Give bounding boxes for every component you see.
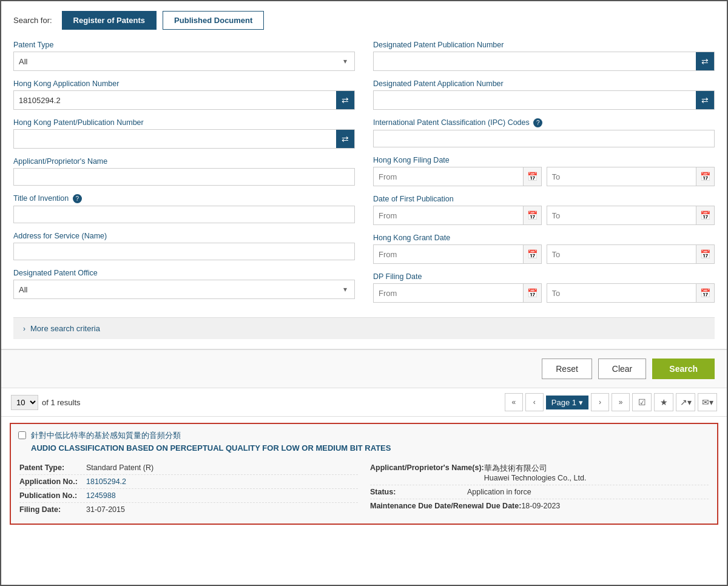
first-pub-date-to-cal-btn[interactable]: 📅 <box>696 206 714 224</box>
last-page-btn[interactable]: » <box>612 393 630 411</box>
designated-pub-number-swap-btn[interactable]: ⇄ <box>696 52 714 70</box>
result-titles: 針對中低比特率的基於感知質量的音頻分類 AUDIO CLASSIFICATION… <box>31 430 710 453</box>
hk-filing-date-to-cal-btn[interactable]: 📅 <box>696 167 714 186</box>
status-row: Status: Application in force <box>370 485 709 499</box>
hk-app-number-swap-btn[interactable]: ⇄ <box>336 91 354 109</box>
dp-filing-date-to-cal-btn[interactable]: 📅 <box>696 284 714 302</box>
ipc-codes-input[interactable] <box>373 130 715 147</box>
hk-filing-date-from-cal-btn[interactable]: 📅 <box>523 167 541 186</box>
page-dropdown[interactable]: Page 1 ▾ <box>546 396 588 409</box>
dp-filing-date-from-cal-btn[interactable]: 📅 <box>523 284 541 302</box>
first-pub-date-to-input[interactable] <box>547 207 696 224</box>
tab-register[interactable]: Register of Patents <box>62 11 157 30</box>
hk-patent-pub-label: Hong Kong Patent/Publication Number <box>13 118 355 127</box>
first-pub-date-range: 📅 📅 <box>373 206 715 225</box>
filing-date-key: Filing Date: <box>19 505 86 514</box>
share-btn[interactable]: ↗▾ <box>676 393 695 411</box>
results-nav: « ‹ Page 1 ▾ › » ☑ ★ ↗▾ ✉▾ <box>505 393 717 411</box>
hk-grant-date-from-input[interactable] <box>374 246 523 263</box>
applicant-names-key: Applicant/Proprietor's Name(s): <box>370 463 484 472</box>
hk-grant-date-section: Hong Kong Grant Date 📅 📅 <box>373 234 715 264</box>
ipc-codes-section: International Patent Classification (IPC… <box>373 118 715 147</box>
applicant-name-input[interactable] <box>13 168 355 186</box>
more-criteria-row[interactable]: › More search criteria <box>13 317 715 339</box>
hk-filing-date-range: 📅 📅 <box>373 167 715 186</box>
hk-grant-date-to-field: 📅 <box>547 244 715 264</box>
hk-filing-date-to-input[interactable] <box>547 169 696 185</box>
result-title-en[interactable]: AUDIO CLASSIFICATION BASED ON PERCEPTUAL… <box>31 443 710 453</box>
application-no-key: Application No.: <box>19 477 86 486</box>
bookmark-btn[interactable]: ★ <box>654 393 673 411</box>
first-pub-date-section: Date of First Publication 📅 📅 <box>373 195 715 225</box>
page-dropdown-arrow-icon: ▾ <box>579 398 583 407</box>
hk-patent-pub-swap-btn[interactable]: ⇄ <box>336 130 354 148</box>
title-of-invention-label: Title of Invention ? <box>13 194 355 203</box>
first-pub-date-from-input[interactable] <box>374 207 523 224</box>
hk-grant-date-range: 📅 📅 <box>373 244 715 264</box>
hk-grant-date-to-input[interactable] <box>547 246 696 263</box>
reset-button[interactable]: Reset <box>542 359 592 379</box>
filing-date-row: Filing Date: 31-07-2015 <box>19 503 358 516</box>
ipc-help-icon[interactable]: ? <box>533 118 542 127</box>
maintenance-due-val: 18-09-2023 <box>521 502 560 510</box>
application-no-val[interactable]: 18105294.2 <box>86 477 126 486</box>
result-title-cn[interactable]: 針對中低比特率的基於感知質量的音頻分類 <box>31 430 710 441</box>
ipc-codes-label: International Patent Classification (IPC… <box>373 118 715 127</box>
address-service-input[interactable] <box>13 243 355 260</box>
hk-patent-pub-input[interactable] <box>14 131 336 147</box>
hk-grant-date-from-field: 📅 <box>373 244 542 264</box>
address-service-section: Address for Service (Name) <box>13 232 355 260</box>
first-pub-date-label: Date of First Publication <box>373 195 715 203</box>
prev-page-btn[interactable]: ‹ <box>525 393 544 411</box>
patent-type-key: Patent Type: <box>19 463 86 472</box>
designated-app-number-swap-btn[interactable]: ⇄ <box>696 91 714 109</box>
hk-app-number-section: Hong Kong Application Number ⇄ <box>13 79 355 110</box>
result-checkbox[interactable] <box>18 431 26 439</box>
patent-type-select[interactable]: All Standard Patent Short-term Patent <box>14 53 336 70</box>
tab-published[interactable]: Published Document <box>163 11 264 30</box>
applicant-names-en: Huawei Technologies Co., Ltd. <box>484 474 587 482</box>
first-pub-date-from-cal-btn[interactable]: 📅 <box>523 206 541 224</box>
designated-app-number-section: Designated Patent Application Number ⇄ <box>373 79 715 110</box>
detail-left: Patent Type: Standard Patent (R) Applica… <box>19 461 358 516</box>
search-button[interactable]: Search <box>652 359 715 379</box>
designated-app-number-input[interactable] <box>374 92 696 109</box>
patent-type-select-wrapper: All Standard Patent Short-term Patent ▾ <box>13 52 355 71</box>
publication-no-val[interactable]: 1245988 <box>86 491 116 500</box>
hk-grant-date-to-cal-btn[interactable]: 📅 <box>696 245 714 263</box>
dp-filing-date-from-input[interactable] <box>374 285 523 301</box>
designated-pub-number-wrapper: ⇄ <box>373 52 715 71</box>
hk-grant-date-from-cal-btn[interactable]: 📅 <box>523 245 541 263</box>
maintenance-due-key: Maintenance Due Date/Renewal Due Date: <box>370 502 521 510</box>
designated-pub-number-input[interactable] <box>374 53 696 70</box>
patent-type-label: Patent Type <box>13 41 355 49</box>
hk-patent-pub-section: Hong Kong Patent/Publication Number ⇄ <box>13 118 355 149</box>
hk-grant-date-label: Hong Kong Grant Date <box>373 234 715 242</box>
clear-button[interactable]: Clear <box>598 359 646 379</box>
patent-type-section: Patent Type All Standard Patent Short-te… <box>13 41 355 71</box>
per-page-select[interactable]: 10 20 50 <box>11 395 38 410</box>
results-left: 10 20 50 of 1 results <box>11 395 81 410</box>
hk-filing-date-section: Hong Kong Filing Date 📅 📅 <box>373 156 715 186</box>
result-title-row: 針對中低比特率的基於感知質量的音頻分類 AUDIO CLASSIFICATION… <box>11 424 717 456</box>
hk-filing-date-from-input[interactable] <box>374 169 523 185</box>
first-page-btn[interactable]: « <box>505 393 523 411</box>
dp-filing-date-section: DP Filing Date 📅 📅 <box>373 272 715 303</box>
hk-app-number-wrapper: ⇄ <box>13 90 355 110</box>
filing-date-val: 31-07-2015 <box>86 505 125 514</box>
hk-app-number-input[interactable] <box>14 92 336 109</box>
next-page-btn[interactable]: › <box>591 393 609 411</box>
title-of-invention-input[interactable] <box>13 206 355 223</box>
dp-filing-date-to-input[interactable] <box>547 285 696 301</box>
patent-type-arrow-icon: ▾ <box>336 52 354 70</box>
title-help-icon[interactable]: ? <box>73 194 82 203</box>
designated-pub-number-label: Designated Patent Publication Number <box>373 41 715 49</box>
select-all-btn[interactable]: ☑ <box>632 393 652 411</box>
form-left-col: Patent Type All Standard Patent Short-te… <box>13 41 355 311</box>
applicant-name-section: Applicant/Proprietor's Name <box>13 157 355 186</box>
email-btn[interactable]: ✉▾ <box>698 393 717 411</box>
designated-office-section: Designated Patent Office All ▾ <box>13 269 355 299</box>
results-total: of 1 results <box>42 398 81 407</box>
designated-office-select[interactable]: All <box>14 281 336 298</box>
address-service-label: Address for Service (Name) <box>13 232 355 240</box>
